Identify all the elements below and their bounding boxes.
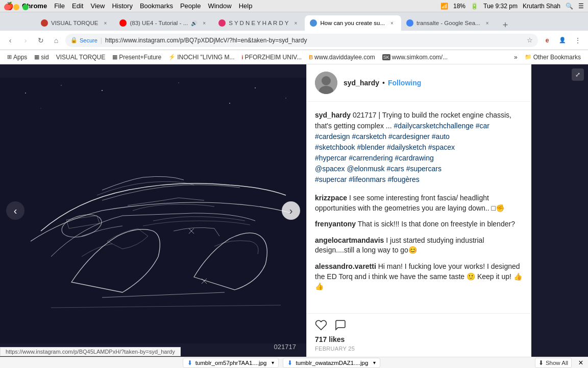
show-all-button[interactable]: ⬇ Show All [535,358,572,368]
address-input[interactable]: 🔒 Secure | https://www.instagram.com/p/B… [65,34,538,47]
download-item-2[interactable]: ⬇ tumblr_owatazmDAZ1....jpg ▾ [283,358,380,368]
prev-image-button[interactable]: ‹ [6,201,24,220]
tab-close-button[interactable]: × [388,19,396,27]
caption-tag-14[interactable]: #cars [387,165,404,173]
caption-tag-15[interactable]: #supercars [406,165,442,173]
next-image-button[interactable]: › [282,201,300,220]
following-label[interactable]: Following [388,79,421,87]
caption-tag-3[interactable]: #cardesign [315,132,350,141]
comment-username[interactable]: frenyantony [315,220,356,228]
secure-label: Secure [80,37,97,43]
tab-title: transalte - Google Sea... [416,20,480,26]
download-icon: ⬇ [538,359,544,366]
caption-tag-1[interactable]: #dailycarsketchchallenge [394,122,473,130]
tab-close-button[interactable]: × [291,19,300,27]
home-button[interactable]: ⌂ [50,34,62,47]
caption-tag-9[interactable]: #dailysketch [387,143,426,151]
menu-edit[interactable]: Edit [72,2,83,10]
tab-translate[interactable]: transalte - Google Sea... × [401,15,497,31]
battery-status: 18% [453,3,465,10]
user-info: syd_hardy • Following [344,79,421,87]
forward-button[interactable]: › [19,34,32,47]
caption-tag-4[interactable]: #carsketch [352,132,386,141]
star-icon[interactable]: ☆ [527,36,533,44]
bookmark-visual-torque[interactable]: VISUAL TORQUE [53,52,108,62]
menu-help[interactable]: Help [239,2,253,10]
caption-tag-12[interactable]: #carrendering [349,154,393,162]
download-menu-arrow[interactable]: ▾ [272,360,274,365]
menu-bookmarks[interactable]: Bookmarks [140,2,173,10]
tab-visual-torque[interactable]: VISUAL TORQUE × [36,15,114,31]
lock-icon: 🔒 [70,37,78,43]
tab-close-button[interactable]: × [483,19,492,27]
caption-tag-8[interactable]: #blender [357,143,385,151]
bookmark-inochi[interactable]: ⚡ INOCHI "LIVING M... [165,52,237,62]
close-window-button[interactable] [4,4,10,10]
refresh-button[interactable]: ↻ [35,34,47,47]
tab-close-button[interactable]: × [101,19,109,27]
bookmark-other[interactable]: 📁 Other Bookmarks [522,52,584,62]
download-item-1[interactable]: ⬇ tumblr_om57phrTAA1....jpg ▾ [183,358,279,368]
bookmark-daviddaylee[interactable]: B www.daviddaylee.com [306,52,378,62]
tab-sydney-hardy[interactable]: S Y D N E Y H A R D Y × [213,15,305,31]
caption-tag-11[interactable]: #hypercar [315,154,347,162]
svg-point-8 [229,103,230,104]
menu-history[interactable]: History [112,2,132,10]
tab-how-can-you-create[interactable]: How can you create su... × [305,15,401,31]
comment-text: That is sick!!! Is that done on freestyl… [358,220,515,228]
tab-ue4[interactable]: (83) UE4 - Tutorial - ... 🔊 × [114,15,213,31]
inochi-icon: ⚡ [168,54,176,60]
comment-username[interactable]: alessandro.varetti [315,262,376,270]
caption-tag-10[interactable]: #spacex [428,143,455,151]
audio-icon[interactable]: 🔊 [191,20,197,26]
menu-view[interactable]: View [90,2,105,10]
caption-tag-17[interactable]: #lifeonmars [349,175,385,183]
instagram-username[interactable]: syd_hardy [344,79,379,87]
bookmark-label: VISUAL TORQUE [56,54,105,61]
menu-window[interactable]: Window [208,2,231,10]
new-tab-button[interactable]: + [499,20,512,31]
maximize-window-button[interactable] [22,4,29,10]
notification-icon[interactable]: ☰ [578,3,584,10]
svg-rect-0 [0,78,306,343]
caption-tag-18[interactable]: #fougères [387,175,419,183]
main-content: ‹ › 021717 syd_hardy • Following [0,64,588,357]
download-menu-arrow[interactable]: ▾ [373,360,376,365]
tab-close-button[interactable]: × [200,19,208,27]
profile-button[interactable]: 👤 [556,34,569,47]
menu-button[interactable]: ⋮ [572,34,584,47]
caption-tag-7[interactable]: #sketchbook [315,143,355,151]
caption-tag-2[interactable]: #car [476,122,489,130]
comment-username[interactable]: angelocartmandavis [315,236,384,244]
bookmark-label: PFORZHEIM UNIV... [245,54,302,61]
minimize-window-button[interactable] [13,4,19,10]
comment-button[interactable] [334,319,347,331]
like-button[interactable] [315,319,327,331]
caption-tag-16[interactable]: #supercar [315,175,347,183]
menu-people[interactable]: People [180,2,201,10]
comment-krizzpace: krizzpace I see some interesting front f… [315,193,523,213]
bookmark-present-future[interactable]: ▦ Present+Future [109,52,164,62]
expand-button[interactable]: ⤢ [572,68,584,81]
caption-tag-mention-1[interactable]: @spacex [315,165,345,173]
bookmark-pforzheim[interactable]: i PFORZHEIM UNIV... [239,52,305,62]
bookmark-more[interactable]: » [511,52,521,62]
caption-tag-mention-2[interactable]: @elonmusk [347,165,384,173]
back-button[interactable]: ‹ [4,34,16,47]
menu-file[interactable]: File [54,2,65,10]
caption-username[interactable]: syd_hardy [315,111,351,119]
search-icon[interactable]: 🔍 [566,3,573,10]
extensions-button[interactable]: e [541,34,553,47]
download-filename: tumblr_owatazmDAZ1....jpg [296,360,368,366]
bookmark-simkom[interactable]: SK www.simkom.com/... [379,52,451,62]
caption-tag-13[interactable]: #cardrawing [395,154,433,162]
tab-title: (83) UE4 - Tutorial - ... [130,20,188,26]
user-avatar[interactable] [315,72,337,94]
comment-username[interactable]: krizzpace [315,194,347,202]
caption-tag-5[interactable]: #cardesigner [388,132,430,141]
bookmark-apps[interactable]: ⊞ Apps [4,52,30,62]
window-controls[interactable] [4,4,29,10]
caption-tag-6[interactable]: #auto [432,132,450,141]
close-downloads-button[interactable]: × [576,358,586,368]
bookmark-sid[interactable]: ▦ sid [31,52,52,62]
